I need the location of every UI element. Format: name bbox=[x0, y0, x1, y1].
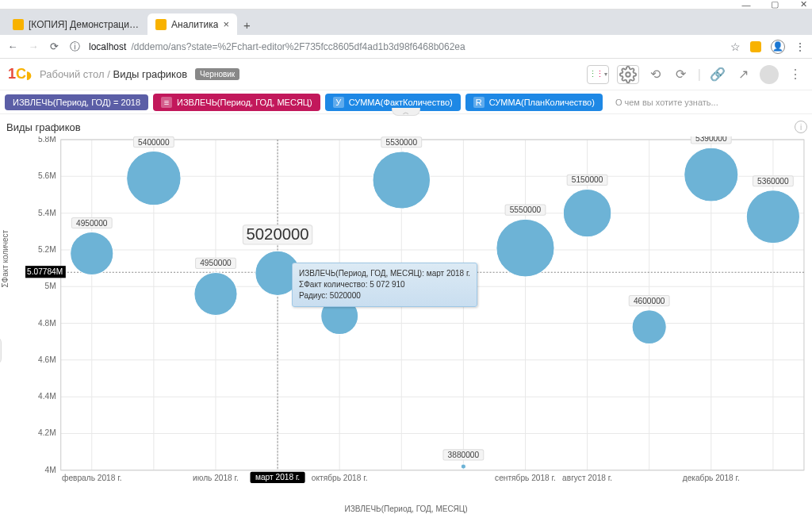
svg-text:5150000: 5150000 bbox=[572, 175, 603, 184]
svg-text:5.2M: 5.2M bbox=[38, 245, 56, 254]
window-close-button[interactable]: ✕ bbox=[796, 0, 810, 10]
window-maximize-button[interactable]: ▢ bbox=[768, 0, 782, 10]
svg-point-66 bbox=[496, 219, 554, 277]
info-icon[interactable]: i bbox=[795, 121, 807, 133]
svg-text:5530000: 5530000 bbox=[386, 138, 418, 147]
chart-tooltip: ИЗВЛЕЧЬ(Период, ГОД, МЕСЯЦ): март 2018 г… bbox=[292, 263, 477, 307]
browser-tab[interactable]: Аналитика × bbox=[147, 13, 237, 35]
chart-title-row: Виды графиков i bbox=[5, 119, 807, 135]
tooltip-line: ΣФакт количество: 5 072 910 bbox=[299, 279, 470, 290]
nav-reload-button[interactable]: ⟳ bbox=[48, 40, 60, 52]
svg-text:5360000: 5360000 bbox=[757, 177, 789, 186]
redo-button[interactable]: ⟳ bbox=[672, 66, 690, 83]
svg-text:декабрь 2018 г.: декабрь 2018 г. bbox=[683, 474, 740, 482]
svg-text:сентябрь 2018 г.: сентябрь 2018 г. bbox=[495, 474, 556, 482]
expand-panel-button[interactable]: › bbox=[0, 336, 2, 365]
svg-point-78 bbox=[746, 190, 799, 244]
tab-favicon bbox=[155, 19, 167, 30]
svg-text:февраль 2018 г.: февраль 2018 г. bbox=[62, 474, 121, 482]
svg-point-63 bbox=[461, 464, 465, 469]
breadcrumb: Рабочий стол / Виды графиков bbox=[40, 68, 187, 80]
window-minimize-button[interactable]: — bbox=[739, 0, 753, 10]
svg-point-0 bbox=[626, 72, 630, 77]
extension-icon[interactable] bbox=[750, 41, 761, 52]
search-input[interactable]: О чем вы хотите узнать... bbox=[607, 98, 718, 107]
draft-badge: Черновик bbox=[195, 68, 239, 80]
svg-text:март 2018 г.: март 2018 г. bbox=[255, 473, 300, 482]
settings-button[interactable] bbox=[617, 65, 639, 84]
chart-svg: 4M4.2M4.4M4.6M4.8M5M5.2M5.4M5.6M5.8Mфевр… bbox=[25, 136, 807, 488]
svg-text:5.6M: 5.6M bbox=[38, 171, 56, 180]
nav-back-button[interactable]: ← bbox=[6, 40, 19, 52]
svg-text:5390000: 5390000 bbox=[695, 136, 727, 143]
window-titlebar: — ▢ ✕ bbox=[0, 0, 812, 10]
new-tab-button[interactable]: + bbox=[237, 15, 257, 35]
svg-text:4950000: 4950000 bbox=[200, 259, 232, 267]
user-avatar[interactable] bbox=[760, 65, 779, 84]
svg-point-53 bbox=[194, 273, 237, 316]
chart-container: ︿ Виды графиков i › ΣФакт количест 4M4.2… bbox=[0, 116, 812, 516]
svg-text:август 2018 г.: август 2018 г. bbox=[562, 474, 612, 482]
collapse-panel-button[interactable]: ︿ bbox=[392, 108, 420, 116]
profile-icon[interactable]: 👤 bbox=[771, 40, 785, 54]
tab-title: [КОПИЯ] Демонстрационная б bbox=[29, 19, 140, 30]
undo-button[interactable]: ⟲ bbox=[647, 66, 665, 83]
tooltip-line: ИЗВЛЕЧЬ(Период, ГОД, МЕСЯЦ): март 2018 г… bbox=[299, 268, 470, 279]
app-logo[interactable]: 1С◗ bbox=[8, 66, 32, 82]
tab-close-icon[interactable]: × bbox=[223, 18, 229, 30]
svg-point-75 bbox=[684, 148, 738, 201]
svg-text:3880000: 3880000 bbox=[448, 451, 480, 459]
svg-text:5.8M: 5.8M bbox=[38, 136, 56, 144]
svg-text:4.4M: 4.4M bbox=[38, 392, 56, 401]
pill-icon: ≡ bbox=[161, 97, 172, 108]
svg-text:5M: 5M bbox=[45, 282, 56, 290]
svg-point-60 bbox=[373, 152, 431, 209]
tab-favicon bbox=[13, 19, 24, 30]
browser-tab[interactable]: [КОПИЯ] Демонстрационная б bbox=[5, 14, 147, 35]
svg-point-69 bbox=[563, 190, 611, 237]
pill-icon: R bbox=[473, 97, 485, 108]
svg-text:5.4M: 5.4M bbox=[38, 209, 56, 217]
svg-text:4600000: 4600000 bbox=[634, 297, 665, 305]
breadcrumb-root[interactable]: Рабочий стол / bbox=[40, 68, 110, 80]
site-info-icon[interactable]: ⓘ bbox=[68, 40, 81, 54]
app-header: 1С◗ Рабочий стол / Виды графиков Чернови… bbox=[0, 59, 812, 90]
svg-text:5020000: 5020000 bbox=[247, 225, 309, 243]
filter-pill[interactable]: ИЗВЛЕЧЬ(Период, ГОД) = 2018 bbox=[5, 94, 148, 110]
x-axis-label: ИЗВЛЕЧЬ(Период, ГОД, МЕСЯЦ) bbox=[344, 505, 467, 513]
pill-icon: У bbox=[333, 97, 344, 108]
browser-tabstrip: [КОПИЯ] Демонстрационная б Аналитика × + bbox=[0, 10, 812, 35]
tab-title: Аналитика bbox=[171, 19, 218, 30]
url-host: localhost bbox=[89, 41, 126, 52]
chart-type-button[interactable]: ⋮⋮▾ bbox=[587, 65, 609, 84]
nav-forward-button[interactable]: → bbox=[27, 40, 40, 52]
svg-text:5.07784M: 5.07784M bbox=[27, 267, 63, 276]
bookmark-icon[interactable]: ☆ bbox=[730, 40, 741, 53]
svg-text:4.8M: 4.8M bbox=[38, 319, 56, 328]
svg-text:июль 2018 г.: июль 2018 г. bbox=[193, 474, 239, 482]
browser-menu-button[interactable]: ⋮ bbox=[795, 40, 806, 53]
tooltip-line: Радиус: 5020000 bbox=[299, 290, 470, 301]
svg-text:4950000: 4950000 bbox=[76, 219, 108, 228]
svg-text:5550000: 5550000 bbox=[510, 205, 542, 214]
link-button[interactable]: 🔗 bbox=[709, 66, 726, 83]
y-axis-label: ΣФакт количест bbox=[1, 229, 10, 287]
browser-toolbar: ← → ⟳ ⓘ localhost/dddemo/ans?state=%2Fch… bbox=[0, 35, 812, 59]
svg-text:4.6M: 4.6M bbox=[38, 355, 56, 364]
open-external-button[interactable]: ↗ bbox=[734, 66, 752, 83]
svg-text:4M: 4M bbox=[45, 466, 56, 474]
svg-point-72 bbox=[632, 310, 666, 344]
svg-text:октябрь 2018 г.: октябрь 2018 г. bbox=[312, 474, 368, 482]
dimension-pill[interactable]: ≡ИЗВЛЕЧЬ(Период, ГОД, МЕСЯЦ) bbox=[153, 94, 320, 111]
svg-text:4.2M: 4.2M bbox=[38, 429, 56, 438]
app-kebab-menu[interactable]: ⋮ bbox=[787, 66, 804, 83]
chart-title: Виды графиков bbox=[6, 121, 81, 133]
breadcrumb-current: Виды графиков bbox=[113, 68, 187, 80]
url-path: /dddemo/ans?state=%2Fchart-editor%2F735f… bbox=[131, 41, 465, 52]
measure-pill[interactable]: RСУММА(ПланКоличество) bbox=[465, 94, 603, 111]
svg-point-47 bbox=[71, 232, 113, 275]
address-bar[interactable]: localhost/dddemo/ans?state=%2Fchart-edit… bbox=[89, 41, 722, 52]
svg-text:5400000: 5400000 bbox=[138, 138, 170, 147]
chart-plot[interactable]: 4M4.2M4.4M4.6M4.8M5M5.2M5.4M5.6M5.8Mфевр… bbox=[25, 136, 807, 488]
svg-point-50 bbox=[127, 152, 181, 205]
